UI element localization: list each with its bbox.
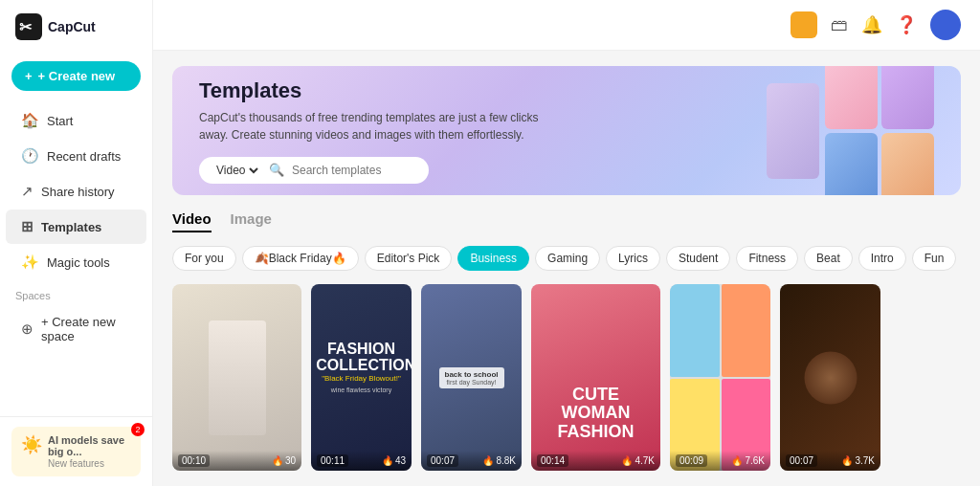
sidebar-nav: 🏠 Start 🕐 Recent drafts ↗ Share history …	[0, 99, 152, 416]
create-space-label: + Create new space	[41, 315, 131, 343]
hero-description: CapCut's thousands of free trending temp…	[199, 109, 563, 144]
card-person-1	[209, 320, 266, 435]
fire-icon-4: 🔥	[621, 455, 633, 466]
sidebar-item-label: Recent drafts	[47, 149, 121, 164]
pill-for-you[interactable]: For you	[172, 246, 236, 271]
pill-lyrics[interactable]: Lyrics	[606, 246, 660, 271]
card-likes-2: 🔥 43	[382, 455, 406, 466]
sun-icon: ☀️	[21, 434, 42, 455]
card-text-fashion: FASHIONCOLLECTION "Black Friday Blowout!…	[316, 341, 407, 393]
fashion-subtext: "Black Friday Blowout!"	[316, 374, 407, 383]
create-new-button[interactable]: + + Create new	[11, 61, 141, 91]
search-type-select[interactable]: Video	[212, 163, 261, 178]
topbar: 🗃 🔔 ❓	[153, 0, 980, 51]
fire-icon: 🔥	[272, 455, 283, 466]
card-duration-2: 00:11	[317, 454, 348, 467]
card-duration-1: 00:10	[178, 454, 210, 467]
sidebar-item-label: Magic tools	[47, 255, 110, 270]
card-overlay-6: 00:07 🔥 3.7K	[780, 451, 880, 471]
sidebar-item-magic[interactable]: ✨ Magic tools	[6, 245, 146, 279]
pill-beat[interactable]: Beat	[804, 246, 853, 271]
template-card-5[interactable]: 00:09 🔥 7.6K	[670, 284, 770, 471]
notification-title: AI models save big o...	[48, 434, 131, 457]
topbar-help-icon[interactable]: ❓	[896, 14, 917, 35]
hero-img-1	[825, 66, 878, 129]
template-card-6[interactable]: 00:07 🔥 3.7K	[780, 284, 880, 471]
hero-image-stack	[825, 66, 934, 195]
share-icon: ↗	[21, 183, 33, 200]
card-duration-6: 00:07	[786, 454, 817, 467]
notification-card[interactable]: 2 ☀️ AI models save big o... New feature…	[11, 427, 141, 476]
template-card-1[interactable]: 00:10 🔥 30	[172, 284, 301, 471]
pill-black-friday[interactable]: 🍂Black Friday🔥	[242, 246, 359, 271]
sidebar-item-history[interactable]: ↗ Share history	[6, 174, 146, 209]
sidebar-item-templates[interactable]: ⊞ Templates	[6, 210, 146, 244]
category-pills: For you 🍂Black Friday🔥 Editor's Pick Bus…	[172, 246, 961, 271]
fire-icon-5: 🔥	[731, 455, 743, 466]
pill-fun[interactable]: Fun	[912, 246, 957, 271]
card-likes-6: 🔥 3.7K	[841, 455, 875, 466]
fashion-title: FASHIONCOLLECTION	[316, 341, 407, 374]
logo: ✂ CapCut	[0, 0, 152, 54]
fashion-tagline: wine flawless victory	[316, 387, 407, 393]
create-space-button[interactable]: ⊕ + Create new space	[6, 306, 146, 352]
notification-subtitle: New features	[48, 458, 104, 469]
logo-icon: ✂	[15, 13, 42, 40]
sidebar-item-label: Templates	[41, 220, 101, 234]
notification-badge: 2	[131, 423, 145, 436]
svg-text:✂: ✂	[19, 19, 33, 35]
fire-icon-6: 🔥	[841, 455, 853, 466]
sidebar-item-label: Start	[47, 114, 73, 128]
pill-business[interactable]: Business	[457, 246, 529, 271]
logo-text: CapCut	[48, 19, 96, 34]
hero-banner: Templates CapCut's thousands of free tre…	[172, 66, 961, 195]
create-new-label: + Create new	[38, 69, 116, 83]
pill-fitness[interactable]: Fitness	[736, 246, 798, 271]
card-duration-4: 00:14	[537, 454, 568, 467]
topbar-archive-icon[interactable]: 🗃	[831, 15, 848, 35]
sidebar-item-start[interactable]: 🏠 Start	[6, 103, 146, 138]
school-title: back to school	[444, 370, 498, 379]
main-content: 🗃 🔔 ❓ Templates CapCut's thousands of fr…	[153, 0, 980, 486]
magic-icon: ✨	[21, 254, 39, 271]
topbar-bell-icon[interactable]: 🔔	[861, 14, 882, 35]
pill-student[interactable]: Student	[666, 246, 730, 271]
hero-title: Templates	[199, 78, 563, 103]
hero-img-4	[881, 133, 934, 196]
pill-gaming[interactable]: Gaming	[535, 246, 600, 271]
sidebar-item-recent[interactable]: 🕐 Recent drafts	[6, 139, 146, 173]
fire-icon-3: 🔥	[482, 455, 494, 466]
template-card-3[interactable]: back to school first day Sunday! 00:07 🔥…	[421, 284, 522, 471]
card-overlay-4: 00:14 🔥 4.7K	[531, 451, 660, 471]
donut-cell-2	[722, 284, 771, 377]
cute-title: CUTEWOMANFASHION	[534, 386, 657, 442]
card-overlay-5: 00:09 🔥 7.6K	[670, 451, 770, 471]
tab-video[interactable]: Video	[172, 210, 212, 232]
topbar-package-icon[interactable]	[791, 11, 817, 38]
hero-img-2	[881, 66, 934, 129]
sidebar: ✂ CapCut + + Create new 🏠 Start 🕐 Recent…	[0, 0, 153, 486]
card-duration-3: 00:07	[427, 454, 458, 467]
search-icon: 🔍	[269, 163, 284, 177]
hero-image-tall	[767, 83, 819, 179]
content-area: Video Image For you 🍂Black Friday🔥 Edito…	[153, 195, 980, 486]
card-likes-4: 🔥 4.7K	[621, 455, 655, 466]
template-card-4[interactable]: CUTEWOMANFASHION 00:14 🔥 4.7K	[531, 284, 660, 471]
card-duration-5: 00:09	[676, 454, 707, 467]
fire-icon-2: 🔥	[382, 455, 393, 466]
plus-icon: +	[25, 69, 33, 83]
pill-intro[interactable]: Intro	[858, 246, 906, 271]
search-input[interactable]	[292, 164, 435, 177]
donut-grid	[670, 284, 770, 471]
user-avatar[interactable]	[930, 10, 961, 40]
template-search: Video 🔍	[199, 157, 429, 184]
card-likes-1: 🔥 30	[272, 455, 296, 466]
card-likes-3: 🔥 8.8K	[482, 455, 516, 466]
pill-editors-pick[interactable]: Editor's Pick	[365, 246, 453, 271]
card-text-cute: CUTEWOMANFASHION	[534, 386, 657, 442]
template-card-2[interactable]: FASHIONCOLLECTION "Black Friday Blowout!…	[311, 284, 412, 471]
tab-image[interactable]: Image	[231, 210, 272, 232]
card-overlay-2: 00:11 🔥 43	[311, 451, 412, 471]
view-tabs: Video Image	[172, 210, 961, 232]
sidebar-item-label: Share history	[41, 185, 115, 199]
